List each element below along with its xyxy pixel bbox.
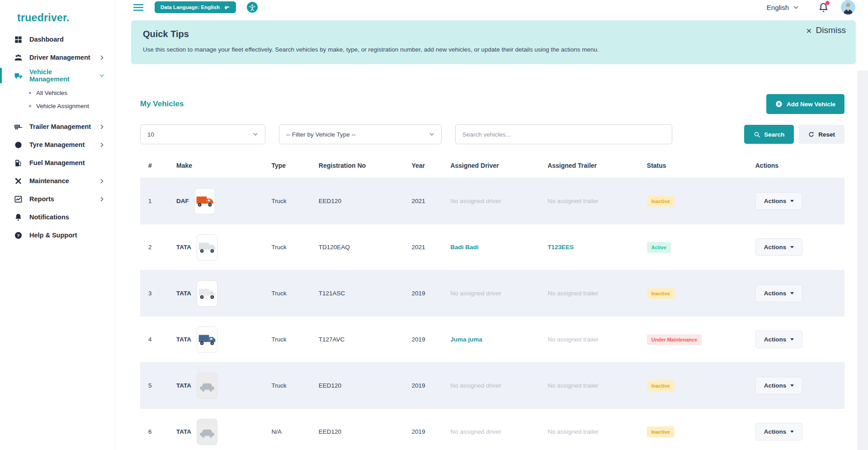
actions-button[interactable]: Actions xyxy=(755,284,803,302)
sidebar-item-maintenance[interactable]: Maintenance xyxy=(0,172,115,190)
status-badge: Inactive xyxy=(647,288,675,299)
cell-make: TATA xyxy=(172,224,267,270)
help-icon xyxy=(14,231,23,240)
actions-button[interactable]: Actions xyxy=(755,238,803,256)
sidebar-item-label: Driver Management xyxy=(29,54,90,61)
cell-index: 5 xyxy=(140,363,172,409)
cell-assigned-trailer: No assigned trailer xyxy=(543,363,642,409)
cell-make: TATA xyxy=(172,409,267,450)
cell-registration-no: EED120 xyxy=(314,178,407,224)
cell-type: Truck xyxy=(267,224,314,270)
actions-button[interactable]: Actions xyxy=(755,331,803,348)
sidebar: truedriver. Dashboard Driver Management … xyxy=(0,0,115,450)
notifications-bell[interactable] xyxy=(818,2,829,13)
cell-status: Under Maintenance xyxy=(642,317,751,363)
cell-index: 6 xyxy=(140,409,172,450)
reset-button[interactable]: Reset xyxy=(798,125,844,144)
cell-registration-no: T121ASC xyxy=(314,270,407,317)
sidebar-item-notifications[interactable]: Notifications xyxy=(0,208,115,226)
chevron-down-icon xyxy=(99,73,105,79)
search-button[interactable]: Search xyxy=(744,125,794,144)
actions-button[interactable]: Actions xyxy=(755,423,803,441)
table-row: 6 TATA N/A EED120 2019 No assigned drive… xyxy=(140,409,844,450)
vehicle-photo-car xyxy=(198,422,217,441)
tyre-icon xyxy=(14,141,23,149)
cell-assigned-driver[interactable]: Badi Badi xyxy=(446,224,543,270)
cell-year: 2019 xyxy=(407,363,446,409)
vehicle-make: TATA xyxy=(176,382,191,389)
accessibility-icon[interactable] xyxy=(247,2,258,13)
caret-down-icon xyxy=(790,338,794,341)
dismiss-button[interactable]: × Dismiss xyxy=(806,25,846,35)
sidebar-item-driver-management[interactable]: Driver Management xyxy=(0,48,115,66)
vehicle-photo-car xyxy=(198,376,217,395)
vehicle-make: TATA xyxy=(176,336,191,343)
sidebar-item-label: Trailer Management xyxy=(29,123,91,130)
data-language-button[interactable]: Data Language: English xyxy=(155,1,236,13)
vehicle-thumbnail[interactable] xyxy=(197,327,217,353)
language-selector[interactable]: English xyxy=(767,4,799,11)
cell-actions: Actions xyxy=(751,317,844,363)
tools-icon xyxy=(14,177,23,185)
cell-type: N/A xyxy=(267,409,314,450)
page-content: × Dismiss Quick Tips Use this section to… xyxy=(115,14,868,450)
table-row: 4 TATA Truck T127AVC 2019 Juma juma No a… xyxy=(140,317,844,363)
vehicle-thumbnail[interactable] xyxy=(197,280,217,307)
caret-down-icon xyxy=(790,246,794,248)
drivers-icon xyxy=(14,53,23,62)
page-size-select[interactable]: 10 xyxy=(140,124,265,144)
vehicle-type-filter-select[interactable]: -- Filter by Vehicle Type -- xyxy=(279,124,442,144)
sidebar-item-reports[interactable]: Reports xyxy=(0,190,115,208)
cell-type: Truck xyxy=(267,270,314,317)
actions-button[interactable]: Actions xyxy=(755,377,803,394)
sidebar-item-all-vehicles[interactable]: All Vehicles xyxy=(0,86,115,99)
cell-status: Inactive xyxy=(642,363,751,409)
banner-description: Use this section to manage your fleet ef… xyxy=(143,46,844,53)
sidebar-item-label: Dashboard xyxy=(29,36,64,43)
cell-assigned-trailer: No assigned trailer xyxy=(543,270,642,317)
sidebar-item-vehicle-assignment[interactable]: Vehicle Assignment xyxy=(0,99,115,113)
sidebar-item-help-support[interactable]: Help & Support xyxy=(0,226,115,244)
user-avatar[interactable] xyxy=(841,0,855,14)
cell-type: Truck xyxy=(267,178,314,224)
pointing-hand-icon xyxy=(224,4,230,10)
cell-assigned-driver: No assigned driver xyxy=(446,363,543,409)
vehicles-table: #MakeTypeRegistration NoYearAssigned Dri… xyxy=(140,155,844,450)
search-input[interactable] xyxy=(455,124,672,144)
column-header-status: Status xyxy=(642,155,751,178)
vehicle-thumbnail[interactable] xyxy=(197,419,217,445)
cell-assigned-trailer: No assigned trailer xyxy=(543,178,642,224)
quick-tips-banner: × Dismiss Quick Tips Use this section to… xyxy=(131,20,856,64)
cell-assigned-trailer[interactable]: T123EES xyxy=(543,224,642,270)
cell-registration-no: T127AVC xyxy=(314,317,407,363)
vehicle-thumbnail[interactable] xyxy=(197,373,217,399)
actions-button[interactable]: Actions xyxy=(755,192,803,210)
menu-icon[interactable] xyxy=(132,2,144,13)
cell-year: 2019 xyxy=(407,317,446,363)
cell-actions: Actions xyxy=(751,270,844,317)
fuel-icon xyxy=(14,159,23,167)
vehicle-thumbnail[interactable] xyxy=(194,188,215,214)
cell-index: 4 xyxy=(140,317,172,363)
add-new-vehicle-button[interactable]: Add New Vehicle xyxy=(766,94,844,114)
sidebar-item-trailer-management[interactable]: Trailer Management xyxy=(0,118,115,136)
sidebar-item-dashboard[interactable]: Dashboard xyxy=(0,30,115,48)
vehicle-thumbnail[interactable] xyxy=(197,234,217,261)
chevron-right-icon xyxy=(99,178,105,184)
sidebar-item-label: Fuel Management xyxy=(29,159,85,166)
sidebar-item-vehicle-management[interactable]: Vehicle Management xyxy=(0,66,115,85)
cell-status: Inactive xyxy=(642,409,751,450)
sidebar-item-fuel-management[interactable]: Fuel Management xyxy=(0,154,115,172)
brand-logo[interactable]: truedriver. xyxy=(0,0,115,24)
chevron-right-icon xyxy=(99,124,105,130)
avatar-person-icon xyxy=(841,0,855,14)
vehicle-make: TATA xyxy=(176,428,191,435)
sidebar-nav: Dashboard Driver Management Vehicle Mana… xyxy=(0,30,115,244)
bullet-icon xyxy=(29,105,31,107)
scrollbar-track[interactable] xyxy=(857,71,868,450)
data-language-label: Data Language: English xyxy=(160,5,220,10)
sidebar-item-tyre-management[interactable]: Tyre Management xyxy=(0,136,115,154)
vehicle-photo-truck xyxy=(198,330,217,349)
cell-assigned-driver[interactable]: Juma juma xyxy=(446,317,543,363)
table-row: 2 TATA Truck TD120EAQ 2021 Badi Badi T12… xyxy=(140,224,844,270)
